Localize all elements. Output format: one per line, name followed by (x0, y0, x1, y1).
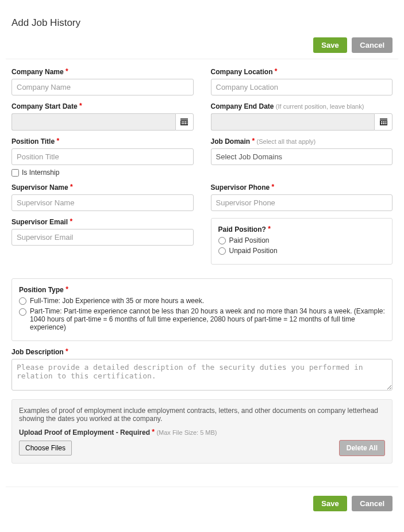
company-name-label: Company Name * (11, 68, 194, 76)
paid-radio-label: Paid Position (229, 236, 270, 244)
calendar-icon (380, 118, 387, 125)
fulltime-radio-label: Full-Time: Job Experience with 35 or mor… (30, 297, 204, 305)
parttime-radio-label: Part-Time: Part-time experience cannot b… (30, 307, 385, 331)
start-date-label: Company Start Date * (11, 102, 194, 110)
job-domain-label: Job Domain * (Select all that apply) (211, 137, 393, 146)
position-title-input[interactable] (11, 148, 194, 165)
start-date-input[interactable] (11, 113, 175, 131)
bottom-button-row: Save Cancel (6, 487, 398, 520)
supervisor-name-input[interactable] (11, 194, 194, 211)
paid-position-panel: Paid Position? * Paid Position Unpaid Po… (211, 218, 393, 265)
is-internship-label: Is Internship (22, 169, 59, 177)
unpaid-radio[interactable] (218, 247, 226, 255)
cancel-button-top[interactable]: Cancel (352, 37, 393, 53)
supervisor-phone-label: Supervisor Phone * (211, 183, 393, 192)
calendar-icon (180, 118, 188, 125)
job-description-label: Job Description * (11, 348, 393, 356)
upload-panel: Examples of proof of employment include … (11, 399, 393, 464)
supervisor-email-label: Supervisor Email * (11, 218, 194, 226)
position-type-label: Position Type * (19, 286, 385, 294)
company-location-input[interactable] (211, 79, 393, 95)
position-type-panel: Position Type * Full-Time: Job Experienc… (11, 278, 393, 341)
supervisor-email-input[interactable] (11, 229, 194, 246)
supervisor-name-label: Supervisor Name * (11, 183, 194, 192)
job-description-textarea[interactable] (11, 359, 393, 391)
save-button-top[interactable]: Save (313, 37, 347, 53)
end-date-calendar-button[interactable] (374, 113, 393, 131)
upload-intro-text: Examples of proof of employment include … (19, 407, 385, 423)
delete-all-button[interactable]: Delete All (339, 440, 385, 456)
paid-position-label: Paid Position? * (218, 225, 386, 234)
top-button-row: Save Cancel (6, 35, 398, 59)
company-location-label: Company Location * (211, 68, 393, 76)
is-internship-checkbox[interactable] (11, 169, 19, 177)
paid-radio[interactable] (218, 237, 226, 244)
end-date-input[interactable] (211, 113, 375, 131)
cancel-button-bottom[interactable]: Cancel (352, 496, 393, 511)
save-button-bottom[interactable]: Save (313, 496, 347, 511)
parttime-radio[interactable] (19, 308, 26, 316)
unpaid-radio-label: Unpaid Position (229, 247, 278, 255)
start-date-calendar-button[interactable] (175, 113, 194, 131)
job-domain-select[interactable]: Select Job Domains (211, 148, 393, 165)
company-name-input[interactable] (11, 79, 194, 95)
choose-files-button[interactable]: Choose Files (19, 441, 72, 456)
page-title: Add Job History (11, 17, 393, 29)
fulltime-radio[interactable] (19, 297, 26, 305)
supervisor-phone-input[interactable] (211, 194, 393, 211)
end-date-label: Company End Date (If current position, l… (211, 102, 393, 110)
upload-label: Upload Proof of Employment - Required * … (19, 428, 385, 437)
position-title-label: Position Title * (11, 137, 194, 146)
